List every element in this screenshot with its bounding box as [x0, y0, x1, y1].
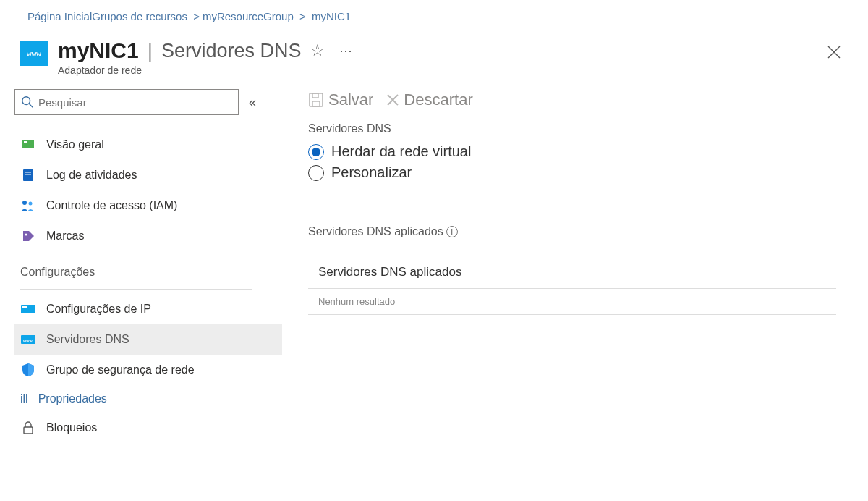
breadcrumb: Página InicialGrupos de recursos >myReso…: [0, 0, 868, 22]
search-icon: [21, 96, 34, 109]
radio-custom[interactable]: Personalizar: [308, 162, 854, 183]
dns-servers-label: Servidores DNS: [308, 122, 854, 135]
discard-icon: [386, 93, 399, 106]
dns-servers-icon: www: [20, 332, 36, 348]
svg-text:www: www: [23, 338, 33, 344]
svg-point-8: [29, 202, 33, 206]
radio-button-selected-icon: [308, 144, 324, 160]
overview-icon: [20, 137, 36, 153]
page-title: myNIC1: [58, 38, 139, 63]
svg-rect-10: [21, 305, 35, 313]
breadcrumb-home[interactable]: Página Inicial: [27, 10, 92, 22]
tags-icon: [20, 228, 36, 244]
breadcrumb-resource[interactable]: myNIC1: [312, 10, 351, 22]
sidebar-item-label: Propriedades: [38, 392, 107, 405]
svg-rect-16: [312, 93, 318, 98]
svg-rect-3: [24, 141, 27, 143]
nic-resource-icon: www: [20, 41, 48, 66]
applied-dns-label: Servidores DNS aplicados: [308, 225, 443, 238]
breadcrumb-sep: >: [190, 10, 203, 22]
svg-point-9: [25, 234, 27, 236]
svg-rect-4: [23, 169, 33, 181]
sidebar-item-overview[interactable]: Visão geral: [14, 130, 282, 160]
properties-icon-text: ill: [20, 392, 28, 405]
sidebar-item-label: Marcas: [46, 230, 84, 243]
svg-rect-17: [312, 101, 320, 106]
sidebar-item-activity-log[interactable]: Log de atividades: [14, 160, 282, 190]
radio-inherit-vnet[interactable]: Herdar da rede virtual: [308, 141, 854, 162]
radio-label: Personalizar: [331, 164, 412, 181]
sidebar-item-label: Servidores DNS: [46, 333, 129, 346]
sidebar-item-label: Bloqueios: [46, 421, 97, 434]
dns-servers-radio-group: Herdar da rede virtual Personalizar: [308, 141, 854, 183]
page-section: Servidores DNS: [161, 40, 302, 62]
svg-rect-2: [22, 140, 34, 148]
activity-log-icon: [20, 167, 36, 183]
sidebar-item-nsg[interactable]: Grupo de segurança de rede: [14, 355, 282, 385]
radio-label: Herdar da rede virtual: [331, 143, 471, 160]
sidebar-item-iam[interactable]: Controle de acesso (IAM): [14, 190, 282, 221]
sidebar-item-dns-servers[interactable]: www Servidores DNS: [14, 324, 282, 355]
iam-icon: [20, 198, 36, 214]
breadcrumb-sep: >: [297, 10, 312, 22]
svg-point-0: [22, 97, 30, 105]
sidebar-search[interactable]: [14, 89, 239, 115]
title-separator: |: [148, 39, 153, 62]
svg-rect-6: [25, 174, 31, 175]
command-bar: Salvar Descartar: [308, 90, 854, 109]
sidebar-group-settings: Configurações: [14, 251, 282, 285]
applied-dns-table: Servidores DNS aplicados Nenhum resultad…: [308, 256, 836, 315]
save-icon: [308, 92, 324, 108]
sidebar-item-locks[interactable]: Bloqueios: [14, 413, 282, 443]
svg-rect-14: [24, 427, 33, 434]
sidebar: « Visão geral Log de atividades Controle: [0, 89, 282, 443]
sidebar-item-label: Configurações de IP: [46, 303, 151, 316]
table-column-header: Servidores DNS aplicados: [308, 256, 836, 289]
applied-dns-title: Servidores DNS aplicados i: [308, 225, 854, 238]
resource-type-label: Adaptador de rede: [58, 64, 354, 76]
sidebar-item-properties[interactable]: ill Propriedades: [14, 385, 282, 413]
table-empty-message: Nenhum resultado: [308, 289, 836, 315]
radio-button-icon: [308, 165, 324, 181]
sidebar-item-label: Grupo de segurança de rede: [46, 363, 195, 376]
discard-label: Descartar: [404, 90, 472, 109]
svg-point-7: [22, 201, 27, 205]
svg-rect-15: [310, 93, 323, 106]
discard-button[interactable]: Descartar: [386, 90, 472, 109]
svg-rect-11: [22, 306, 27, 308]
close-icon: [827, 46, 841, 59]
more-actions-icon[interactable]: ⋯: [333, 43, 354, 59]
lock-icon: [20, 420, 36, 436]
sidebar-item-label: Controle de acesso (IAM): [46, 199, 177, 212]
save-button[interactable]: Salvar: [308, 90, 373, 109]
svg-rect-5: [25, 172, 31, 173]
breadcrumb-rg[interactable]: myResourceGroup: [203, 10, 294, 22]
sidebar-item-tags[interactable]: Marcas: [14, 221, 282, 251]
close-blade-button[interactable]: [827, 38, 854, 63]
collapse-sidebar-button[interactable]: «: [249, 95, 256, 110]
sidebar-item-label: Log de atividades: [46, 169, 137, 182]
save-label: Salvar: [328, 90, 373, 109]
search-input[interactable]: [38, 96, 232, 109]
info-icon[interactable]: i: [446, 226, 458, 237]
favorite-star-icon[interactable]: ☆: [310, 41, 325, 60]
main-content: Salvar Descartar Servidores DNS Herdar d…: [282, 89, 868, 443]
sidebar-separator: [20, 289, 252, 290]
sidebar-item-label: Visão geral: [46, 138, 104, 151]
shield-icon: [20, 362, 36, 378]
ip-config-icon: [20, 301, 36, 317]
svg-line-1: [30, 104, 33, 108]
sidebar-item-ip-config[interactable]: Configurações de IP: [14, 294, 282, 324]
breadcrumb-resource-groups[interactable]: Grupos de recursos: [92, 10, 187, 22]
page-header: www myNIC1 | Servidores DNS ☆ ⋯ Adaptado…: [0, 22, 868, 80]
